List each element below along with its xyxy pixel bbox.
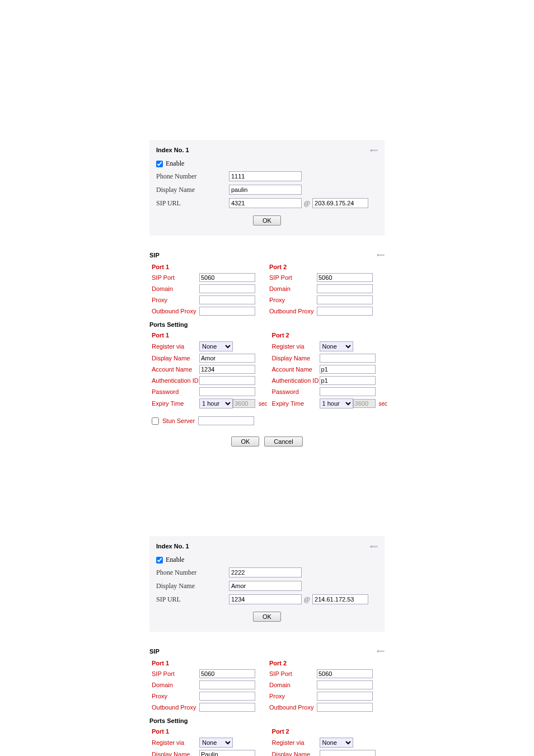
p2-proxy-input[interactable] [317,692,373,701]
p1-expiry-select[interactable]: 1 hour [199,398,233,408]
password-label: Password [152,388,199,395]
password-label: Password [272,388,320,395]
auth-label: Authentication ID [272,377,320,384]
display-label: Display Name [272,751,320,756]
back-icon[interactable]: ⟸ [377,648,385,655]
account-label: Account Name [152,366,199,373]
phone-label: Phone Number [156,172,229,181]
outbound-label: Outbound Proxy [269,308,317,314]
port1-header: Port 1 [152,658,265,668]
sec-label: sec [259,401,268,407]
p2-password-input[interactable] [320,387,376,396]
expiry-label: Expiry Time [272,400,320,407]
index-title: Index No. 1 [156,543,189,550]
domain-label: Domain [269,682,317,688]
port1-header: Port 1 [152,262,265,272]
p1-register-select[interactable]: None [199,341,233,351]
p1-auth-input[interactable] [199,376,255,385]
stun-label: Stun Server [162,417,195,424]
ports-setting-title: Ports Setting [149,714,385,725]
back-icon[interactable]: ⟸ [377,252,385,259]
p2-domain-input[interactable] [317,680,373,689]
p1-domain-input[interactable] [199,284,255,293]
p1-proxy-input[interactable] [199,295,255,304]
p1-account-input[interactable] [199,365,255,374]
p2-auth-input[interactable] [320,376,376,385]
port1-header: Port 1 [152,726,268,736]
p2-outbound-input[interactable] [317,703,373,712]
sip-port-label: SIP Port [269,670,317,677]
stun-input[interactable] [198,416,254,425]
p1-sip-port-input[interactable] [199,273,255,282]
p2-domain-input[interactable] [317,284,373,293]
ok-button[interactable]: OK [253,215,281,226]
display-name-input[interactable] [229,185,302,195]
enable-checkbox[interactable] [156,557,163,564]
p2-display-input[interactable] [320,750,376,756]
p1-display-input[interactable] [199,354,255,363]
domain-label: Domain [152,682,199,688]
register-label: Register via [152,739,199,746]
domain-label: Domain [269,285,317,292]
p2-sip-port-input[interactable] [317,273,373,282]
p1-expiry-val [233,399,255,408]
register-label: Register via [152,343,199,350]
proxy-label: Proxy [152,297,199,303]
p2-register-select[interactable]: None [320,738,353,748]
register-label: Register via [272,739,320,746]
proxy-label: Proxy [269,297,317,303]
outbound-label: Outbound Proxy [152,308,199,314]
outbound-label: Outbound Proxy [269,704,317,711]
p2-proxy-input[interactable] [317,295,373,304]
sec-label: sec [379,401,388,407]
display-label: Display Name [152,355,199,361]
sip-url-input[interactable] [229,594,302,604]
account-label: Account Name [272,366,320,373]
register-label: Register via [272,343,320,350]
phone-label: Phone Number [156,569,229,577]
sip-ip-input[interactable] [312,198,368,208]
index-title: Index No. 1 [156,147,189,153]
port1-header: Port 1 [152,330,268,340]
p1-register-select[interactable]: None [199,738,233,748]
display-name-input[interactable] [229,581,302,591]
at-symbol: @ [304,199,310,208]
ports-setting-title: Ports Setting [149,318,385,329]
enable-checkbox[interactable] [156,161,163,167]
enable-label: Enable [166,159,184,168]
p1-sip-port-input[interactable] [199,669,255,678]
p1-domain-input[interactable] [199,680,255,689]
port2-header: Port 2 [272,330,388,340]
ok-button[interactable]: OK [231,436,259,447]
back-icon[interactable]: ⟸ [370,147,378,153]
back-icon[interactable]: ⟸ [370,543,378,550]
proxy-label: Proxy [152,693,199,699]
p2-sip-port-input[interactable] [317,669,373,678]
p1-proxy-input[interactable] [199,692,255,701]
sip-url-label: SIP URL [156,199,229,208]
sip-port-label: SIP Port [152,670,199,677]
p2-outbound-input[interactable] [317,307,373,316]
phone-input[interactable] [229,171,302,181]
phone-input[interactable] [229,567,302,577]
p2-account-input[interactable] [320,365,376,374]
ok-button[interactable]: OK [253,612,281,622]
port2-header: Port 2 [269,262,382,272]
cancel-button[interactable]: Cancel [264,436,302,447]
p1-password-input[interactable] [199,387,255,396]
p1-outbound-input[interactable] [199,703,255,712]
sip-ip-input[interactable] [312,594,368,604]
p2-display-input[interactable] [320,354,376,363]
port2-header: Port 2 [269,658,382,668]
proxy-label: Proxy [269,693,317,699]
sip-title: SIP [149,252,160,259]
p1-display-input[interactable] [199,750,255,756]
stun-checkbox[interactable] [152,417,159,425]
sip-url-label: SIP URL [156,595,229,604]
p2-expiry-val [353,399,376,408]
p2-register-select[interactable]: None [320,341,353,351]
p1-outbound-input[interactable] [199,307,255,316]
p2-expiry-select[interactable]: 1 hour [320,398,353,408]
sip-url-input[interactable] [229,198,302,208]
domain-label: Domain [152,285,199,292]
